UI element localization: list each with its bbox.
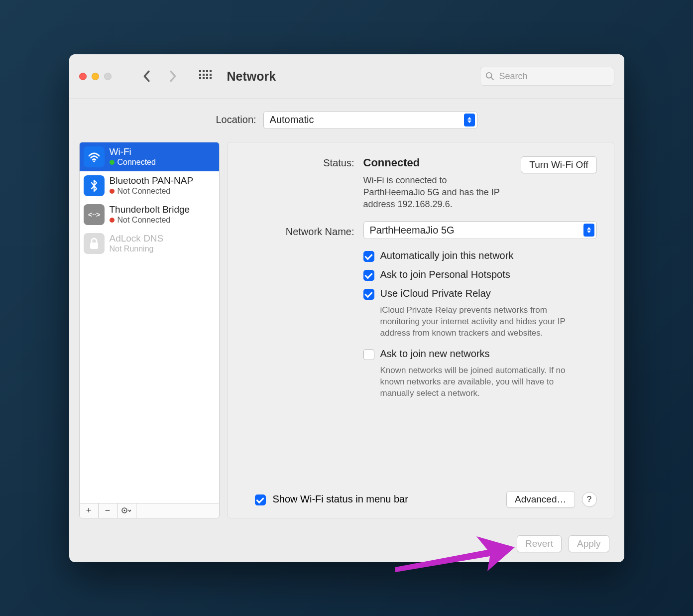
zoom-window-button[interactable] (104, 73, 112, 80)
chevron-right-icon (169, 70, 177, 82)
close-window-button[interactable] (79, 73, 87, 80)
lock-icon (84, 233, 105, 254)
interfaces-sidebar: Wi-Fi Connected Bluetooth PAN-NAP Not Co… (79, 142, 220, 518)
sidebar-item-label: Bluetooth PAN-NAP (110, 175, 194, 187)
auto-join-label: Automatically join this network (380, 250, 514, 261)
svg-point-12 (486, 73, 491, 78)
chevron-left-icon (142, 70, 150, 82)
search-icon (485, 71, 494, 81)
svg-rect-0 (199, 70, 201, 72)
network-name-value: ParthHeemaJio 5G (370, 225, 455, 236)
detail-footer: Show Wi-Fi status in menu bar Advanced… … (245, 486, 597, 508)
content-panes: Wi-Fi Connected Bluetooth PAN-NAP Not Co… (79, 142, 614, 518)
back-button[interactable] (136, 66, 156, 86)
sidebar-item-status: Not Running (110, 244, 164, 253)
minimize-window-button[interactable] (92, 73, 99, 80)
sidebar-item-status: Connected (110, 157, 156, 167)
ask-new-checkbox-row[interactable]: Ask to join new networks (363, 348, 597, 360)
sidebar-item-wifi[interactable]: Wi-Fi Connected (80, 142, 219, 171)
private-relay-label: Use iCloud Private Relay (380, 288, 491, 299)
location-value: Automatic (270, 114, 314, 125)
remove-interface-button[interactable]: − (99, 503, 117, 518)
checkbox-checked-icon[interactable] (363, 251, 374, 262)
detail-panel: Status: Connected Wi-Fi is connected to … (228, 142, 614, 518)
svg-rect-4 (199, 74, 201, 76)
window-controls (79, 73, 112, 80)
status-dot-icon (110, 218, 115, 223)
svg-rect-9 (203, 77, 205, 79)
revert-button[interactable]: Revert (517, 535, 562, 552)
search-input[interactable] (498, 71, 608, 82)
network-name-row: Network Name: ParthHeemaJio 5G (245, 221, 597, 239)
forward-button[interactable] (163, 66, 183, 86)
menubar-checkbox[interactable] (255, 494, 266, 505)
interfaces-list[interactable]: Wi-Fi Connected Bluetooth PAN-NAP Not Co… (80, 142, 219, 503)
sidebar-item-status: Not Connected (110, 186, 194, 196)
svg-text:<··>: <··> (88, 211, 100, 219)
wifi-icon (84, 146, 105, 167)
sidebar-item-label: Wi-Fi (110, 146, 156, 158)
gear-dropdown-icon (121, 507, 132, 514)
svg-rect-7 (210, 74, 212, 76)
sidebar-footer-filler (136, 503, 219, 518)
window-action-buttons: Revert Apply (79, 527, 614, 552)
sidebar-item-adlock[interactable]: AdLock DNS Not Running (80, 229, 219, 258)
toggle-wifi-button[interactable]: Turn Wi-Fi Off (521, 156, 596, 173)
advanced-button[interactable]: Advanced… (506, 491, 575, 508)
sidebar-item-bluetooth[interactable]: Bluetooth PAN-NAP Not Connected (80, 171, 219, 200)
search-field[interactable] (480, 67, 614, 86)
private-relay-checkbox-row[interactable]: Use iCloud Private Relay (363, 288, 597, 300)
sidebar-item-label: Thunderbolt Bridge (110, 204, 190, 216)
svg-rect-10 (206, 77, 208, 79)
status-dot-icon (110, 189, 115, 194)
svg-rect-3 (210, 70, 212, 72)
thunderbolt-icon: <··> (84, 204, 105, 225)
select-stepper-icon (583, 224, 594, 237)
menubar-label: Show Wi-Fi status in menu bar (273, 493, 408, 505)
ask-hotspot-label: Ask to join Personal Hotspots (380, 269, 510, 280)
private-relay-description: iCloud Private Relay prevents networks f… (380, 305, 570, 339)
help-button[interactable]: ? (582, 492, 597, 507)
network-prefs-window: Network Location: Automatic (69, 54, 624, 562)
ask-new-description: Known networks will be joined automatica… (380, 365, 570, 399)
options-block: Automatically join this network Ask to j… (245, 250, 597, 408)
sidebar-footer: + − (80, 503, 219, 518)
network-name-label: Network Name: (245, 223, 354, 238)
status-row: Status: Connected Wi-Fi is connected to … (245, 156, 597, 211)
window-body: Location: Automatic Wi-Fi Connected (69, 99, 624, 562)
checkbox-checked-icon[interactable] (363, 270, 374, 281)
status-label: Status: (245, 156, 354, 211)
status-dot-icon (110, 160, 115, 165)
network-name-select[interactable]: ParthHeemaJio 5G (363, 221, 597, 239)
auto-join-checkbox-row[interactable]: Automatically join this network (363, 250, 597, 262)
svg-rect-8 (199, 77, 201, 79)
svg-rect-2 (206, 70, 208, 72)
select-stepper-icon (464, 114, 475, 126)
sidebar-item-label: AdLock DNS (110, 233, 164, 245)
status-description: Wi-Fi is connected to ParthHeemaJio 5G a… (363, 174, 511, 211)
location-select[interactable]: Automatic (263, 111, 477, 129)
grid-icon (199, 70, 212, 83)
svg-rect-6 (206, 74, 208, 76)
checkbox-checked-icon[interactable] (363, 289, 374, 300)
interface-actions-menu[interactable] (117, 503, 136, 518)
location-label: Location: (216, 114, 256, 125)
svg-rect-5 (203, 74, 205, 76)
ask-hotspot-checkbox-row[interactable]: Ask to join Personal Hotspots (363, 269, 597, 281)
ask-new-label: Ask to join new networks (380, 348, 490, 360)
apply-button[interactable]: Apply (569, 535, 609, 552)
status-value: Connected (363, 156, 511, 169)
sidebar-item-status: Not Connected (110, 215, 190, 225)
show-all-button[interactable] (195, 66, 215, 86)
add-interface-button[interactable]: + (80, 503, 99, 518)
sidebar-item-thunderbolt[interactable]: <··> Thunderbolt Bridge Not Connected (80, 200, 219, 229)
svg-point-14 (93, 160, 95, 162)
svg-point-18 (123, 509, 125, 511)
svg-rect-11 (210, 77, 212, 79)
svg-line-13 (491, 78, 493, 80)
location-row: Location: Automatic (79, 111, 614, 129)
bluetooth-icon (84, 175, 105, 196)
checkbox-unchecked-icon[interactable] (363, 349, 374, 360)
titlebar: Network (69, 54, 624, 99)
svg-rect-1 (203, 70, 205, 72)
